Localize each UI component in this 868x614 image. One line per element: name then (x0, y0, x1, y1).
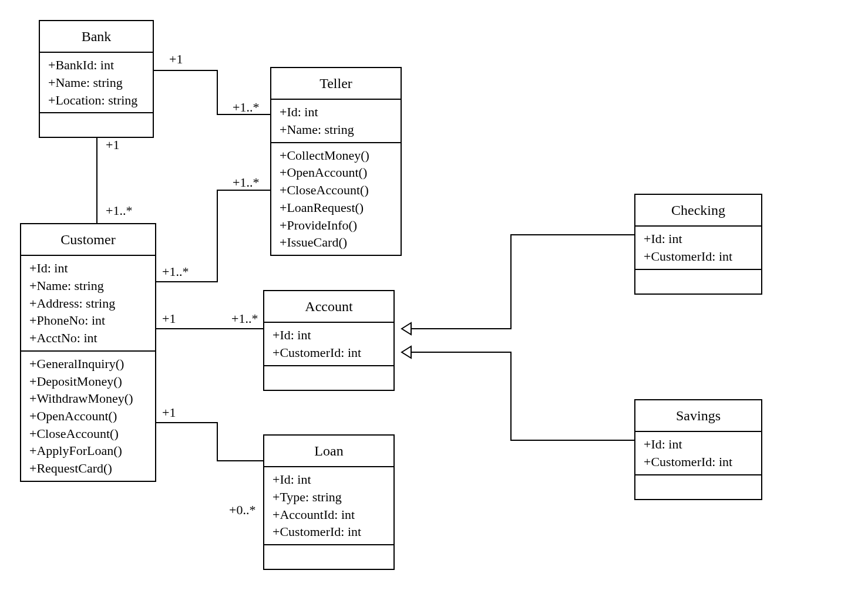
attr: +PhoneNo: int (29, 312, 148, 329)
class-bank: Bank +BankId: int +Name: string +Locatio… (39, 20, 154, 138)
mult-bank-teller-bank: +1 (169, 52, 183, 67)
attr: +Id: int (644, 436, 754, 453)
gen-arrow-checking (402, 323, 411, 335)
op: +ProvideInfo() (280, 217, 393, 234)
op: +WithdrawMoney() (29, 390, 148, 407)
class-teller-operations: +CollectMoney() +OpenAccount() +CloseAcc… (271, 142, 401, 255)
attr: +CustomerId: int (644, 453, 754, 471)
attr: +AccountId: int (272, 506, 386, 524)
class-bank-attributes: +BankId: int +Name: string +Location: st… (40, 52, 153, 112)
op: +CloseAccount() (280, 181, 393, 199)
class-account: Account +Id: int +CustomerId: int (263, 290, 395, 391)
class-loan-attributes: +Id: int +Type: string +AccountId: int +… (264, 466, 393, 544)
attr: +Name: string (280, 121, 393, 139)
class-customer-attributes: +Id: int +Name: string +Address: string … (21, 255, 155, 350)
class-bank-title: Bank (40, 21, 153, 52)
gen-arrow-savings (402, 346, 411, 358)
attr: +Name: string (29, 277, 148, 295)
class-customer-operations: +GeneralInquiry() +DepositMoney() +Withd… (21, 350, 155, 481)
class-account-operations (264, 365, 393, 390)
mult-bank-customer-customer: +1..* (106, 203, 132, 218)
attr: +Type: string (272, 488, 386, 506)
assoc-customer-loan (156, 423, 263, 461)
gen-checking-account (402, 235, 634, 329)
attr: +Name: string (48, 74, 146, 92)
mult-bank-teller-teller: +1..* (233, 100, 259, 115)
op: +RequestCard() (29, 460, 148, 477)
class-checking-title: Checking (635, 195, 761, 225)
class-customer-title: Customer (21, 224, 155, 255)
op: +CollectMoney() (280, 147, 393, 164)
op: +IssueCard() (280, 234, 393, 251)
class-customer: Customer +Id: int +Name: string +Address… (20, 223, 156, 482)
attr: +CustomerId: int (272, 523, 386, 541)
op: +DepositMoney() (29, 373, 148, 390)
mult-cust-account-account: +1..* (231, 311, 258, 326)
mult-cust-loan-loan: +0..* (229, 502, 255, 518)
attr: +CustomerId: int (272, 344, 386, 362)
class-teller-attributes: +Id: int +Name: string (271, 99, 401, 141)
attr: +Address: string (29, 295, 148, 312)
op: +GeneralInquiry() (29, 355, 148, 373)
class-checking-operations (635, 269, 761, 293)
mult-cust-teller-customer: +1..* (162, 264, 189, 279)
op: +OpenAccount() (29, 407, 148, 425)
class-loan: Loan +Id: int +Type: string +AccountId: … (263, 434, 395, 570)
class-checking-attributes: +Id: int +CustomerId: int (635, 225, 761, 268)
attr: +AcctNo: int (29, 329, 148, 347)
attr: +Id: int (272, 471, 386, 488)
class-teller-title: Teller (271, 68, 401, 99)
mult-cust-teller-teller: +1..* (233, 175, 259, 190)
class-account-title: Account (264, 291, 393, 322)
op: +CloseAccount() (29, 425, 148, 443)
attr: +CustomerId: int (644, 248, 754, 265)
class-savings: Savings +Id: int +CustomerId: int (634, 399, 762, 500)
attr: +Id: int (272, 326, 386, 344)
class-bank-operations (40, 112, 153, 137)
attr: +BankId: int (48, 56, 146, 74)
mult-bank-customer-bank: +1 (106, 137, 119, 153)
op: +OpenAccount() (280, 164, 393, 181)
class-savings-operations (635, 474, 761, 499)
class-savings-title: Savings (635, 400, 761, 431)
mult-cust-account-customer: +1 (162, 311, 176, 326)
attr: +Id: int (29, 259, 148, 277)
op: +LoanRequest() (280, 199, 393, 217)
attr: +Location: string (48, 92, 146, 109)
gen-savings-account (402, 352, 634, 440)
class-account-attributes: +Id: int +CustomerId: int (264, 322, 393, 365)
class-loan-title: Loan (264, 436, 393, 466)
attr: +Id: int (280, 103, 393, 121)
class-checking: Checking +Id: int +CustomerId: int (634, 194, 762, 295)
attr: +Id: int (644, 230, 754, 248)
mult-cust-loan-customer: +1 (162, 405, 176, 420)
class-teller: Teller +Id: int +Name: string +CollectMo… (270, 67, 402, 256)
class-savings-attributes: +Id: int +CustomerId: int (635, 431, 761, 474)
op: +ApplyForLoan() (29, 442, 148, 460)
class-loan-operations (264, 544, 393, 569)
